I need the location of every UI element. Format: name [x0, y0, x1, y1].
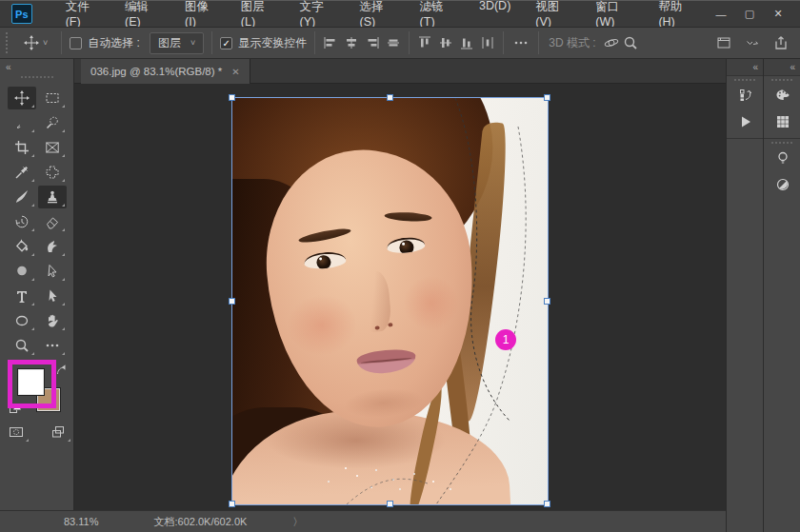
align-horizontal-centers-icon[interactable] [344, 35, 359, 50]
3d-mode-label: 3D 模式 : [549, 35, 595, 51]
active-tool-button[interactable]: ˅ [18, 35, 53, 50]
collapse-panels-button[interactable]: « [752, 62, 758, 72]
status-chevron-icon[interactable]: 〉 [292, 515, 303, 529]
toolbar-grip[interactable] [21, 76, 53, 79]
tool-dock: « [0, 59, 74, 510]
collapse-toolbar-button[interactable]: « [6, 62, 11, 72]
tool-grid [0, 87, 73, 357]
spot-healing-brush-tool[interactable] [38, 161, 67, 184]
document-tab[interactable]: 036.jpg @ 83.1%(RGB/8) * ✕ [81, 59, 250, 84]
quick-mask-mode[interactable] [2, 421, 30, 443]
photoshop-window: Ps 文件(F)编辑(E)图像(I)图层(L)文字(Y)选择(S)滤镜(T)3D… [0, 0, 800, 532]
auto-select-checkbox[interactable] [70, 37, 82, 49]
annotation-step-badge: 1 [495, 329, 516, 350]
swap-colors-icon[interactable] [54, 364, 70, 379]
transform-handle-bottom-right[interactable] [544, 501, 550, 507]
close-button[interactable]: ✕ [764, 5, 792, 24]
maximize-button[interactable]: ▢ [735, 5, 764, 24]
share-icon[interactable] [771, 34, 790, 51]
transform-handle-top-center[interactable] [387, 94, 393, 101]
screen-mode[interactable] [44, 421, 72, 443]
document-tab-bar: 036.jpg @ 83.1%(RGB/8) * ✕ [74, 59, 726, 84]
eyedropper-tool[interactable] [8, 161, 36, 184]
separator [409, 31, 410, 54]
swatches-panel-icon[interactable] [764, 109, 800, 134]
paint-bucket-tool[interactable] [8, 235, 36, 258]
learn-panel-icon[interactable] [764, 146, 800, 170]
history-brush-tool[interactable] [8, 210, 36, 233]
panel-grip[interactable] [734, 79, 755, 81]
align-vertical-middles-icon[interactable] [438, 35, 453, 50]
photoshop-logo: Ps [11, 4, 32, 24]
rectangular-marquee-tool[interactable] [38, 87, 67, 109]
path-selection-tool[interactable] [38, 285, 67, 307]
minimize-button[interactable]: — [707, 5, 735, 24]
canvas[interactable]: 1 [74, 84, 726, 510]
transform-handle-middle-right[interactable] [544, 298, 550, 305]
hand-tool[interactable] [38, 309, 67, 332]
chevron-down-icon: ˅ [43, 38, 48, 48]
transform-bounding-box[interactable] [231, 97, 549, 505]
brush-tool[interactable] [8, 186, 36, 208]
align-vertical-centers-icon[interactable] [386, 35, 401, 50]
panel-column-2: « [763, 59, 800, 532]
more-options-icon[interactable] [511, 34, 530, 51]
align-left-edges-icon[interactable] [323, 35, 338, 50]
transform-handle-bottom-left[interactable] [229, 501, 235, 507]
lasso-tool[interactable] [8, 111, 36, 134]
annotation-highlight-box [8, 360, 56, 408]
frame-tool[interactable] [38, 136, 67, 159]
selection-marching-ants [232, 98, 548, 504]
transform-handle-top-right[interactable] [544, 94, 550, 101]
smudge-tool[interactable] [38, 235, 67, 258]
layer-dropdown[interactable]: 图层 ˅ [150, 32, 204, 54]
crop-tool[interactable] [8, 136, 36, 159]
align-top-edges-icon[interactable] [417, 35, 432, 50]
dodge-tool[interactable] [8, 260, 36, 283]
workspace-chevron-icon[interactable] [743, 34, 762, 51]
ellipse-tool[interactable] [8, 309, 36, 332]
3d-zoom-icon[interactable] [621, 34, 640, 51]
separator [211, 31, 212, 54]
toolbar-extras [0, 421, 74, 443]
transform-handle-bottom-center[interactable] [387, 501, 393, 507]
zoom-percent-field[interactable]: 83.11% [64, 516, 99, 527]
quick-selection-tool[interactable] [38, 111, 67, 134]
eraser-tool[interactable] [38, 210, 67, 233]
direct-selection-tool[interactable] [38, 260, 67, 283]
options-grip [6, 32, 10, 53]
3d-orbit-icon[interactable] [602, 34, 621, 51]
align-icons-group [323, 35, 401, 50]
distribute-horizontal-icon[interactable] [480, 35, 495, 50]
menu-bar: Ps 文件(F)编辑(E)图像(I)图层(L)文字(Y)选择(S)滤镜(T)3D… [0, 0, 800, 27]
separator [314, 31, 315, 54]
align-bottom-edges-icon[interactable] [459, 35, 474, 50]
collapse-panels-button[interactable]: « [790, 62, 795, 72]
show-transform-checkbox[interactable]: ✓ [220, 37, 232, 49]
separator [503, 31, 504, 54]
history-panel-icon[interactable] [727, 83, 764, 108]
move-tool[interactable] [8, 87, 36, 109]
color-swatch-widget [0, 360, 74, 423]
edit-toolbar[interactable] [38, 334, 67, 357]
document-tab-title: 036.jpg @ 83.1%(RGB/8) * [90, 66, 222, 77]
status-bar: 83.11% 文档:602.0K/602.0K 〉 [0, 510, 726, 532]
tab-close-icon[interactable]: ✕ [231, 67, 239, 77]
transform-handle-top-left[interactable] [229, 94, 235, 101]
document-area: 036.jpg @ 83.1%(RGB/8) * ✕ [74, 59, 726, 510]
panel-grip[interactable] [771, 79, 792, 81]
align-icons-group [417, 35, 495, 50]
actions-panel-icon[interactable] [727, 109, 764, 134]
type-tool[interactable] [8, 285, 36, 307]
photo-layer[interactable] [232, 98, 548, 504]
transform-handle-middle-left[interactable] [229, 298, 235, 305]
clone-stamp-tool[interactable] [38, 186, 67, 208]
color-panel-icon[interactable] [764, 83, 800, 108]
align-right-edges-icon[interactable] [365, 35, 380, 50]
adjustments-panel-icon[interactable] [764, 172, 800, 197]
arrange-panel-icon[interactable] [714, 34, 733, 51]
show-transform-label: 显示变换控件 [238, 35, 307, 51]
zoom-tool[interactable] [8, 334, 36, 357]
panel-grip[interactable] [771, 142, 792, 144]
chevron-down-icon: ˅ [190, 38, 195, 48]
